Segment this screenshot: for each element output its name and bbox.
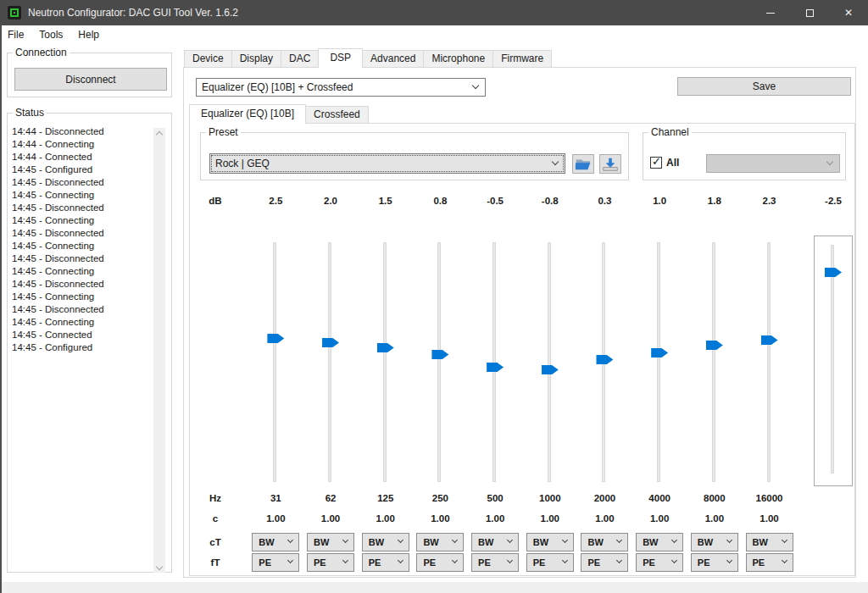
save-preset-button[interactable] bbox=[599, 154, 621, 174]
disconnect-button[interactable]: Disconnect bbox=[14, 68, 167, 91]
status-entry[interactable]: 14:45 - Connecting bbox=[12, 291, 153, 303]
chevron-up-icon[interactable] bbox=[153, 128, 165, 141]
tab-dac[interactable]: DAC bbox=[281, 50, 319, 68]
band-ct-combobox[interactable]: BW bbox=[471, 533, 519, 551]
slider-track[interactable] bbox=[831, 245, 834, 474]
band-ct-combobox[interactable]: BW bbox=[526, 533, 574, 551]
menu-item-file[interactable]: File bbox=[0, 25, 31, 44]
band-ct-combobox[interactable]: BW bbox=[307, 533, 354, 551]
status-entry[interactable]: 14:45 - Configured bbox=[12, 341, 153, 354]
minimize-icon[interactable] bbox=[751, 0, 790, 25]
band-hz-value: 4000 bbox=[648, 492, 670, 506]
slider-thumb[interactable] bbox=[651, 348, 668, 357]
tab-advanced[interactable]: Advanced bbox=[362, 50, 424, 68]
tab-dsp[interactable]: DSP bbox=[318, 48, 363, 68]
slider-track[interactable] bbox=[657, 242, 660, 482]
maximize-icon[interactable] bbox=[790, 0, 829, 25]
band-ct-combobox[interactable]: BW bbox=[581, 533, 628, 551]
slider-thumb[interactable] bbox=[596, 355, 613, 364]
tab-firmware[interactable]: Firmware bbox=[492, 50, 552, 68]
band-slider[interactable] bbox=[358, 240, 413, 485]
band-slider[interactable] bbox=[742, 240, 797, 485]
band-ft-combobox[interactable]: PE bbox=[307, 553, 354, 572]
band-slider[interactable] bbox=[468, 240, 523, 485]
close-icon[interactable]: ✕ bbox=[829, 0, 868, 25]
band-slider[interactable] bbox=[413, 240, 468, 485]
band-ft-combobox[interactable]: PE bbox=[362, 553, 409, 572]
band-ct-combobox[interactable]: BW bbox=[252, 533, 299, 551]
menu-item-tools[interactable]: Tools bbox=[31, 25, 70, 44]
status-entry[interactable]: 14:45 - Disconnected bbox=[12, 227, 153, 240]
subtab-equalizer-eq-10b[interactable]: Equalizer (EQ) [10B] bbox=[189, 104, 306, 124]
band-ft-combobox[interactable]: PE bbox=[471, 553, 519, 572]
slider-thumb[interactable] bbox=[761, 335, 778, 345]
slider-thumb[interactable] bbox=[487, 363, 504, 372]
open-preset-button[interactable] bbox=[572, 154, 594, 174]
slider-thumb[interactable] bbox=[431, 350, 448, 359]
dsp-mode-combobox[interactable]: Equalizer (EQ) [10B] + Crossfeed bbox=[196, 78, 486, 97]
slider-track[interactable] bbox=[712, 242, 715, 482]
band-ft-combobox[interactable]: PE bbox=[746, 553, 793, 572]
status-entry[interactable]: 14:45 - Connecting bbox=[12, 214, 153, 227]
slider-track[interactable] bbox=[492, 242, 496, 482]
status-entry[interactable]: 14:45 - Disconnected bbox=[12, 252, 153, 265]
save-button[interactable]: Save bbox=[677, 77, 851, 96]
band-ft-combobox[interactable]: PE bbox=[691, 553, 738, 572]
slider-track[interactable] bbox=[767, 242, 771, 482]
slider-thumb[interactable] bbox=[706, 341, 723, 350]
tab-microphone[interactable]: Microphone bbox=[423, 50, 493, 68]
status-entry[interactable]: 14:45 - Connecting bbox=[12, 316, 153, 329]
band-slider[interactable] bbox=[632, 240, 687, 485]
tab-display[interactable]: Display bbox=[231, 50, 281, 68]
status-entry[interactable]: 14:45 - Configured bbox=[12, 163, 153, 176]
band-ft-combobox[interactable]: PE bbox=[416, 553, 464, 572]
slider-track[interactable] bbox=[437, 242, 441, 482]
slider-thumb[interactable] bbox=[542, 365, 559, 374]
status-entry[interactable]: 14:45 - Disconnected bbox=[12, 176, 153, 189]
band-ft-combobox[interactable]: PE bbox=[581, 553, 628, 572]
status-entry[interactable]: 14:45 - Disconnected bbox=[12, 303, 153, 316]
band-db-value: 1.5 bbox=[379, 194, 392, 211]
chevron-down-icon[interactable] bbox=[153, 560, 165, 573]
band-slider[interactable] bbox=[577, 240, 632, 485]
master-slider[interactable] bbox=[814, 236, 853, 486]
eq-band-125hz: 1.51251.00BWPE bbox=[358, 194, 413, 572]
status-entry[interactable]: 14:45 - Connecting bbox=[12, 240, 153, 252]
band-ft-combobox[interactable]: PE bbox=[526, 553, 574, 572]
slider-thumb[interactable] bbox=[825, 268, 842, 277]
band-slider[interactable] bbox=[522, 240, 577, 485]
subtab-crossfeed[interactable]: Crossfeed bbox=[305, 106, 369, 124]
slider-track[interactable] bbox=[328, 242, 331, 482]
slider-track[interactable] bbox=[273, 242, 276, 482]
band-ft-combobox[interactable]: PE bbox=[636, 553, 683, 572]
slider-track[interactable] bbox=[383, 242, 387, 482]
slider-thumb[interactable] bbox=[322, 338, 339, 347]
status-entry[interactable]: 14:45 - Disconnected bbox=[12, 278, 153, 291]
band-ct-combobox[interactable]: BW bbox=[362, 533, 409, 551]
band-slider[interactable] bbox=[248, 240, 303, 485]
status-entry[interactable]: 14:44 - Connecting bbox=[12, 138, 153, 151]
status-entry[interactable]: 14:45 - Connecting bbox=[12, 265, 153, 278]
status-entry[interactable]: 14:45 - Connected bbox=[12, 329, 153, 341]
channel-all-checkbox[interactable]: ✓ All bbox=[650, 157, 679, 169]
menu-item-help[interactable]: Help bbox=[70, 25, 107, 44]
status-scrollbar[interactable] bbox=[153, 128, 165, 573]
band-slider[interactable] bbox=[687, 240, 743, 485]
status-entry[interactable]: 14:44 - Disconnected bbox=[12, 125, 153, 138]
preset-combobox[interactable]: Rock | GEQ bbox=[209, 153, 565, 174]
slider-thumb[interactable] bbox=[377, 343, 394, 352]
tab-device[interactable]: Device bbox=[184, 50, 232, 68]
band-ct-combobox[interactable]: BW bbox=[746, 533, 793, 551]
status-entry[interactable]: 14:45 - Disconnected bbox=[12, 202, 153, 214]
band-ft-combobox[interactable]: PE bbox=[252, 553, 299, 572]
status-entry[interactable]: 14:45 - Connecting bbox=[12, 189, 153, 202]
status-log-list[interactable]: 14:44 - Disconnected14:44 - Connecting14… bbox=[12, 125, 153, 568]
band-ct-combobox[interactable]: BW bbox=[636, 533, 683, 551]
band-ct-combobox[interactable]: BW bbox=[416, 533, 464, 551]
eq-band-1000hz: -0.810001.00BWPE bbox=[522, 194, 577, 572]
status-entry[interactable]: 14:44 - Connected bbox=[12, 151, 153, 163]
slider-thumb[interactable] bbox=[267, 334, 284, 343]
slider-track[interactable] bbox=[548, 242, 551, 482]
band-slider[interactable] bbox=[303, 240, 359, 485]
band-ct-combobox[interactable]: BW bbox=[691, 533, 738, 551]
